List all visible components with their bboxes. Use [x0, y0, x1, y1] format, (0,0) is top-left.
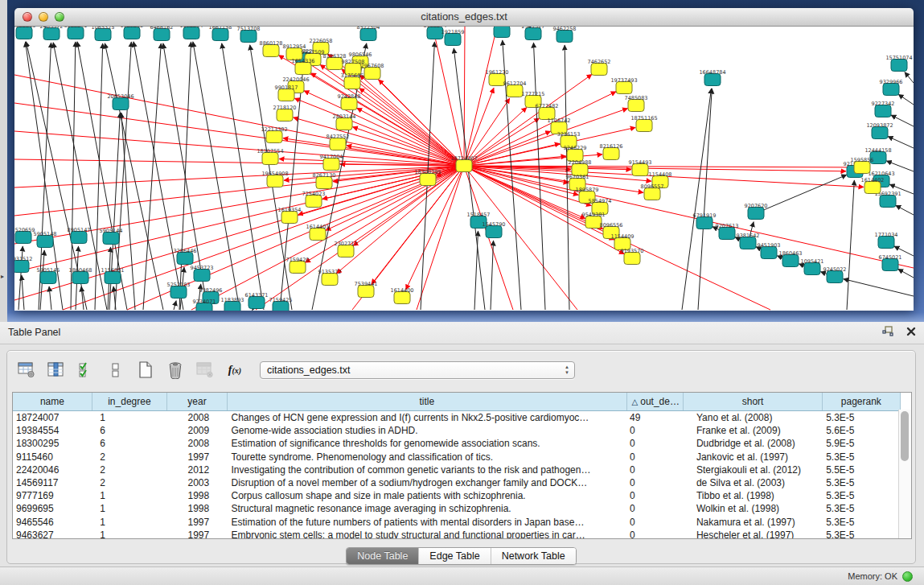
tab-edge-table[interactable]: Edge Table [418, 548, 490, 564]
graph-node[interactable] [248, 297, 265, 309]
graph-node[interactable] [15, 232, 31, 244]
import-table-button[interactable] [194, 360, 216, 381]
black-edge[interactable] [896, 205, 914, 215]
close-panel-icon[interactable] [906, 327, 916, 336]
graph-node[interactable] [854, 162, 870, 174]
black-edge[interactable] [756, 175, 847, 213]
graph-node[interactable] [872, 127, 888, 139]
graph-node[interactable] [177, 253, 193, 265]
graph-node[interactable] [43, 28, 60, 40]
black-edge[interactable] [222, 43, 264, 310]
table-row[interactable]: 1830029562008Estimation of significance … [13, 437, 901, 450]
graph-node[interactable] [338, 245, 354, 257]
graph-node[interactable] [782, 255, 799, 267]
graph-node[interactable] [761, 247, 777, 259]
black-edge[interactable] [891, 115, 914, 126]
graph-node[interactable] [456, 160, 472, 172]
graph-node[interactable] [696, 217, 713, 229]
table-row[interactable]: 946362711997Embryonic stem cells: a mode… [13, 529, 901, 539]
citation-graph[interactable]: 2520605240557230691401065325152760264661… [14, 27, 914, 311]
graph-node[interactable] [306, 196, 322, 208]
graph-node[interactable] [636, 120, 652, 132]
graph-node[interactable] [632, 164, 648, 176]
select-all-button[interactable] [75, 360, 97, 381]
graph-node[interactable] [336, 118, 352, 130]
graph-node[interactable] [556, 31, 573, 43]
graph-node[interactable] [364, 68, 380, 80]
graph-node[interactable] [281, 212, 298, 224]
graph-node[interactable] [628, 100, 644, 112]
black-edge[interactable] [491, 241, 494, 310]
graph-node[interactable] [603, 148, 619, 160]
table-scrollbar[interactable] [898, 410, 911, 538]
table-row[interactable]: 977716911998Corpus callosum shape and si… [13, 489, 901, 502]
column-header-short[interactable]: short [684, 393, 822, 411]
graph-node[interactable] [170, 286, 187, 299]
graph-node[interactable] [883, 84, 899, 96]
clear-selection-button[interactable] [105, 360, 127, 381]
graph-node[interactable] [183, 27, 199, 39]
red-edge[interactable] [14, 166, 464, 216]
graph-node[interactable] [124, 27, 140, 39]
black-edge[interactable] [454, 48, 485, 310]
graph-node[interactable] [486, 226, 502, 238]
graph-node[interactable] [341, 98, 357, 110]
graph-node[interactable] [322, 274, 338, 286]
graph-node[interactable] [72, 272, 88, 284]
graph-node[interactable] [644, 188, 660, 200]
graph-node[interactable] [95, 29, 111, 41]
black-edge[interactable] [847, 180, 854, 310]
graph-node[interactable] [878, 237, 894, 249]
red-edge[interactable] [14, 166, 464, 272]
function-builder-button[interactable]: f(x) [224, 360, 246, 381]
table-scrollbar-thumb[interactable] [901, 411, 909, 461]
red-edge[interactable] [464, 166, 914, 268]
graph-node[interactable] [624, 253, 640, 265]
delete-columns-button[interactable] [164, 360, 187, 381]
graph-node[interactable] [827, 271, 843, 283]
graph-node[interactable] [882, 259, 898, 271]
float-panel-icon[interactable] [882, 326, 893, 336]
red-edge[interactable] [464, 27, 497, 166]
show-column-button[interactable] [45, 360, 68, 381]
black-edge[interactable] [121, 113, 135, 310]
column-header-pagerank[interactable]: pagerank [822, 393, 900, 411]
black-edge[interactable] [898, 269, 914, 278]
graph-node[interactable] [240, 31, 257, 43]
column-header-year[interactable]: year [167, 393, 228, 411]
column-header-out_de[interactable]: △out_de… [626, 393, 684, 411]
graph-node[interactable] [875, 105, 891, 117]
red-edge[interactable] [464, 88, 494, 166]
black-edge[interactable] [174, 301, 176, 310]
graph-node[interactable] [326, 58, 343, 70]
graph-node[interactable] [525, 28, 541, 40]
table-row[interactable]: 1938455462009Genome-wide association stu… [13, 424, 901, 437]
graph-node[interactable] [591, 64, 607, 76]
tab-network-table[interactable]: Network Table [491, 548, 576, 564]
graph-node[interactable] [263, 45, 279, 57]
graph-node[interactable] [740, 237, 756, 249]
graph-node[interactable] [494, 27, 510, 38]
graph-node[interactable] [266, 131, 282, 143]
panel-collapse-arrow[interactable]: ▸ [1, 274, 4, 280]
graph-node[interactable] [358, 286, 374, 298]
graph-node[interactable] [14, 261, 29, 273]
graph-node[interactable] [194, 270, 210, 282]
black-edge[interactable] [888, 137, 914, 148]
network-canvas[interactable]: 2520605240557230691401065325152760264661… [14, 27, 914, 311]
graph-node[interactable] [71, 232, 87, 244]
table-row[interactable]: 946554611997Estimation of the future num… [13, 516, 901, 529]
graph-node[interactable] [323, 159, 339, 171]
graph-node[interactable] [103, 233, 119, 245]
red-edge[interactable] [336, 166, 464, 274]
black-edge[interactable] [49, 286, 51, 310]
red-edge[interactable] [359, 89, 464, 166]
graph-node[interactable] [330, 138, 346, 150]
tab-node-table[interactable]: Node Table [347, 548, 418, 564]
graph-node[interactable] [37, 236, 53, 248]
graph-node[interactable] [748, 208, 764, 220]
graph-node[interactable] [295, 63, 311, 75]
graph-node[interactable] [262, 153, 278, 165]
black-edge[interactable] [682, 89, 712, 310]
create-column-button[interactable] [134, 360, 157, 381]
